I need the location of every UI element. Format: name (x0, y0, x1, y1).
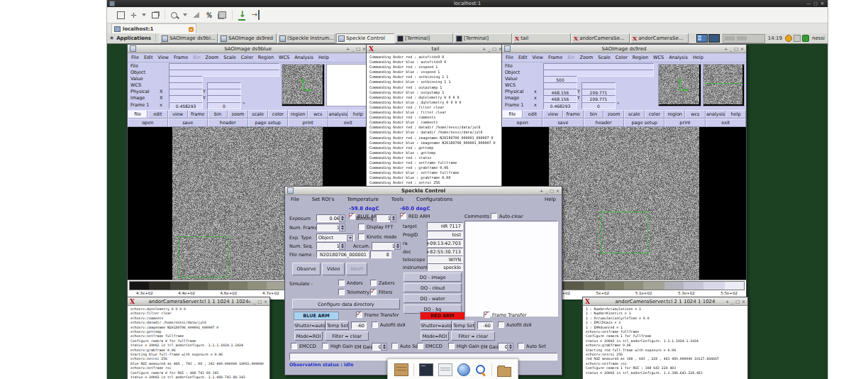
workspace-2[interactable] (708, 34, 720, 43)
magnifier[interactable] (326, 64, 367, 106)
display-fft-checkbox[interactable]: Display FFT (358, 224, 393, 230)
roi-region[interactable] (179, 236, 228, 278)
menu-item[interactable]: File (506, 55, 513, 60)
video-button[interactable]: Video (322, 263, 345, 275)
menu-item[interactable]: Region (633, 55, 648, 60)
menu-item[interactable]: Bin (567, 55, 574, 60)
settings-tray-icon[interactable] (794, 35, 801, 42)
andor-red-output[interactable]: 1 : NumberAccumulations = 1 1 : NumberKi… (583, 306, 747, 375)
ds9-button[interactable]: header (208, 119, 248, 127)
menu-item[interactable]: Bin (193, 55, 200, 60)
ds9-button[interactable]: help (725, 110, 746, 119)
folder-icon[interactable] (497, 367, 511, 377)
file-cabinet-icon[interactable] (394, 363, 408, 376)
ds9-button[interactable]: page setup (624, 119, 664, 127)
red-temp-field[interactable]: -60 (477, 322, 493, 329)
file-seq-field[interactable]: 8 (370, 251, 391, 258)
ds9-button[interactable]: file (128, 110, 148, 119)
telescope-field[interactable]: WIYN (427, 256, 463, 263)
stick-icon[interactable]: + (724, 46, 728, 51)
magnifier[interactable] (703, 64, 745, 106)
stick-icon[interactable]: + (725, 299, 729, 304)
exposure-field[interactable]: 0.06 (316, 214, 342, 222)
exposure-stepper[interactable] (339, 214, 345, 222)
ds9-button[interactable]: frame (188, 110, 208, 119)
ds9-button[interactable]: open (502, 119, 542, 127)
simulate-filters-checkbox[interactable]: Filters (370, 289, 392, 295)
menu-item[interactable]: Color (241, 55, 253, 60)
close-icon[interactable]: × (742, 299, 745, 304)
maximize-icon[interactable]: □ (550, 188, 554, 193)
accum-stepper[interactable] (394, 242, 401, 250)
menu-file[interactable]: File (291, 197, 299, 202)
menu-item[interactable]: View (532, 55, 542, 60)
accum-field[interactable]: 1 (372, 242, 397, 250)
menu-configurations[interactable]: Configurations (416, 197, 452, 202)
menu-set-rois[interactable]: Set ROI's (312, 197, 335, 202)
num-seq-field[interactable]: 1 (316, 242, 342, 250)
fullscreen-icon[interactable] (117, 11, 125, 19)
maximize-icon[interactable]: ▢ (813, 1, 818, 6)
menu-item[interactable]: WCS (279, 55, 289, 60)
blue-frame-transfer-checkbox[interactable]: Frame Transfer (356, 312, 399, 318)
chevron-down-icon[interactable] (142, 13, 146, 16)
blue-autofit-checkbox[interactable]: Autofit ds9 (372, 322, 405, 328)
ds9-button[interactable]: wcs (308, 110, 328, 119)
red-frame-transfer-checkbox[interactable]: Frame Transfer (484, 312, 526, 318)
maximize-icon[interactable]: □ (492, 46, 496, 51)
menu-item[interactable]: Analysis (294, 55, 313, 60)
menu-item[interactable]: Frame (174, 55, 188, 60)
iconify-icon[interactable]: _ (253, 299, 255, 304)
ds9red-image[interactable] (549, 127, 699, 280)
ds9-button[interactable]: frame (563, 110, 584, 119)
ds9-button[interactable]: scale (248, 110, 268, 119)
blue-temp-set-button[interactable]: Temp Set (326, 321, 349, 330)
num-frames-field[interactable]: 1 (316, 224, 342, 231)
ds9-button[interactable]: print (288, 119, 328, 127)
ds9-button[interactable]: exit (706, 119, 746, 127)
workspace-pager[interactable] (696, 34, 720, 43)
taskbar-item-ds9red[interactable]: SAOImage ds9red (218, 33, 277, 43)
disconnect-icon[interactable]: → (251, 10, 259, 20)
ds9-button[interactable]: wcs (685, 110, 706, 119)
red-auto-set-checkbox[interactable]: Auto Set (518, 343, 546, 349)
ds9-button[interactable]: view (542, 110, 563, 119)
close-icon[interactable]: × (740, 46, 744, 51)
menu-tools[interactable]: Tools (391, 197, 404, 202)
menu-item[interactable]: Analysis (669, 55, 688, 60)
stick-icon[interactable]: + (482, 46, 486, 51)
simulate-andors-checkbox[interactable]: Andors (338, 280, 363, 286)
blue-shutter-button[interactable]: Shutter=auto (294, 321, 326, 330)
ds9-button[interactable]: analysis (328, 110, 348, 119)
menu-help[interactable]: Help (545, 197, 556, 202)
dq-cloud-button[interactable]: DQ - cloud (404, 283, 462, 292)
roi-region[interactable] (601, 212, 648, 253)
ds9-button[interactable]: bin (584, 110, 604, 119)
stick-icon[interactable]: + (247, 299, 251, 304)
ds9-button[interactable]: save (168, 119, 208, 127)
configure-data-directory-button[interactable]: Configure data directory (292, 299, 400, 309)
blue-temp-field[interactable]: -60 (351, 322, 367, 329)
menu-item[interactable]: Scale (598, 55, 611, 60)
close-icon[interactable]: × (556, 188, 560, 193)
maximize-icon[interactable]: □ (356, 46, 360, 51)
taskbar-item-ds9blue[interactable]: SAOImage ds9bl... (160, 33, 218, 43)
iconify-icon[interactable]: _ (545, 188, 547, 193)
binning-stepper[interactable] (390, 214, 396, 222)
menu-item[interactable]: Zoom (580, 55, 594, 60)
network-icon[interactable] (802, 35, 809, 42)
tools-icon[interactable] (218, 11, 226, 18)
target-field[interactable]: HR 7117 (427, 222, 463, 230)
menu-item[interactable]: Help (693, 55, 703, 60)
ds9blue-titlebar[interactable]: SAOImage ds9blue +_□× (128, 45, 368, 53)
red-arm-checkbox[interactable]: RED ARM (400, 213, 430, 219)
blue-auto-set-checkbox[interactable]: Auto Set (391, 343, 420, 349)
download-icon[interactable]: ↓ (238, 9, 245, 21)
simulate-telemetry-checkbox[interactable]: Telemetry (338, 289, 369, 295)
comments-textarea[interactable] (464, 221, 558, 317)
close-icon[interactable]: ✕ (820, 1, 824, 6)
iconify-icon[interactable]: _ (352, 46, 354, 51)
close-icon[interactable]: × (264, 299, 267, 304)
ds9-button[interactable]: help (348, 110, 368, 119)
ra-field[interactable]: +09:13:42.703 (427, 239, 463, 247)
